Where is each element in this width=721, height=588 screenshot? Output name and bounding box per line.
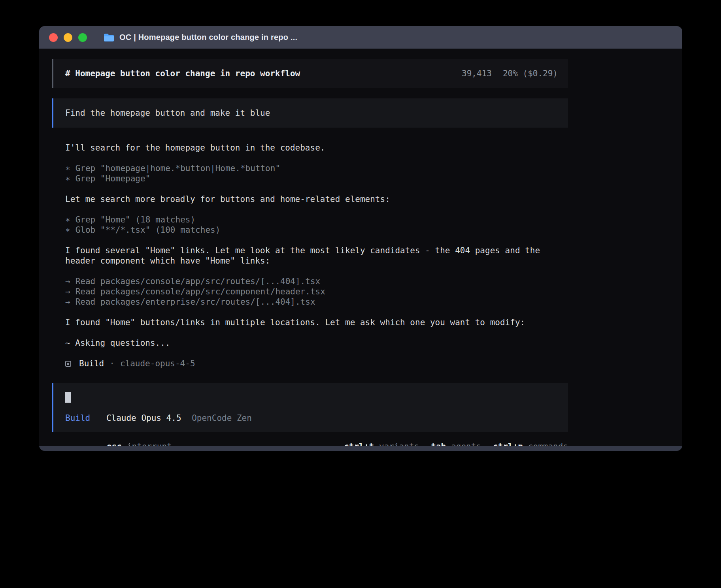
assistant-paragraph: Let me search more broadly for buttons a… xyxy=(65,194,568,204)
model-line: Build Claude Opus 4.5 OpenCode Zen xyxy=(65,413,558,423)
user-message-text: Find the homepage button and make it blu… xyxy=(65,108,270,118)
read-tool-line: →Read packages/console/app/src/component… xyxy=(65,286,568,297)
shortcut-label: commands xyxy=(528,442,568,446)
shortcut-key: ctrl+p xyxy=(493,442,523,446)
arrow-right-icon: → xyxy=(65,286,70,297)
context-usage: 20% ($0.29) xyxy=(503,68,558,79)
traffic-lights xyxy=(49,33,87,42)
window-titlebar[interactable]: OC | Homepage button color change in rep… xyxy=(39,26,682,49)
close-button[interactable] xyxy=(49,33,58,42)
read-tool-line: →Read packages/enterprise/src/routes/[..… xyxy=(65,297,568,307)
prompt-input[interactable]: Build Claude Opus 4.5 OpenCode Zen xyxy=(52,383,568,432)
shortcut-variants: ctrl+tvariants xyxy=(344,441,419,446)
statusbar-shortcuts: ctrl+tvariants tabagents ctrl+pcommands xyxy=(332,441,568,446)
shortcut-commands: ctrl+pcommands xyxy=(493,441,568,446)
input-provider-name: OpenCode Zen xyxy=(192,413,252,423)
zoom-button[interactable] xyxy=(78,33,87,42)
tool-call-text: Grep "Home" (18 matches) xyxy=(75,215,195,224)
session-header: # Homepage button color change in repo w… xyxy=(52,59,568,88)
user-message: Find the homepage button and make it blu… xyxy=(52,98,568,128)
tool-call-text: Grep "Homepage" xyxy=(75,174,151,183)
input-agent-name: Build xyxy=(65,413,90,423)
arrow-right-icon: → xyxy=(65,276,70,286)
tool-call-line: ∗Glob "**/*.tsx" (100 matches) xyxy=(65,225,568,235)
assistant-transcript: I'll search for the homepage button in t… xyxy=(52,143,568,369)
window-footer xyxy=(39,446,682,451)
token-count: 39,413 xyxy=(462,68,492,79)
session-stats: 39,413 20% ($0.29) xyxy=(462,68,558,79)
agent-separator: · xyxy=(109,358,115,369)
window-title: OC | Homepage button color change in rep… xyxy=(119,33,297,42)
tool-marker-icon: ∗ xyxy=(65,215,70,225)
tool-call-line: ∗Grep "Home" (18 matches) xyxy=(65,215,568,225)
tool-call-text: Glob "**/*.tsx" (100 matches) xyxy=(75,225,221,235)
shortcut-interrupt: escinterrupt xyxy=(107,441,172,446)
read-tool-text: Read packages/console/app/src/component/… xyxy=(75,287,325,296)
tool-call-line: ∗Grep "Homepage" xyxy=(65,173,568,184)
shortcut-key: tab xyxy=(431,442,446,446)
tool-call-text: Grep "homepage|home.*button|Home.*button… xyxy=(75,164,280,173)
read-tool-text: Read packages/console/app/src/routes/[..… xyxy=(75,277,321,286)
terminal-content: # Homepage button color change in repo w… xyxy=(39,49,682,446)
agent-name: Build xyxy=(79,358,104,369)
status-bar: escinterrupt ctrl+tvariants tabagents ct… xyxy=(52,441,568,446)
tool-marker-icon: ∗ xyxy=(65,163,70,173)
session-title: # Homepage button color change in repo w… xyxy=(65,68,300,79)
shortcut-agents: tabagents xyxy=(431,441,481,446)
folder-icon xyxy=(104,33,114,42)
input-model-name: Claude Opus 4.5 xyxy=(106,413,181,423)
minimize-button[interactable] xyxy=(64,33,72,42)
agent-status-line: Build · claude-opus-4-5 xyxy=(65,358,568,369)
agent-build-icon xyxy=(65,361,71,367)
shortcut-label: agents xyxy=(451,442,481,446)
read-tool-line: →Read packages/console/app/src/routes/[.… xyxy=(65,276,568,286)
tool-call-line: ∗Grep "homepage|home.*button|Home.*butto… xyxy=(65,163,568,173)
assistant-paragraph: I found "Home" buttons/links in multiple… xyxy=(65,317,568,328)
assistant-paragraph: I'll search for the homepage button in t… xyxy=(65,143,568,153)
terminal-window: OC | Homepage button color change in rep… xyxy=(39,26,682,451)
assistant-paragraph: I found several "Home" links. Let me loo… xyxy=(65,245,568,266)
esc-key: esc xyxy=(107,442,122,446)
agent-model: claude-opus-4-5 xyxy=(120,358,195,369)
shortcut-label: variants xyxy=(379,442,419,446)
esc-label: interrupt xyxy=(127,442,172,446)
arrow-right-icon: → xyxy=(65,297,70,307)
read-tool-text: Read packages/enterprise/src/routes/[...… xyxy=(75,297,315,307)
tool-marker-icon: ∗ xyxy=(65,173,70,184)
shortcut-key: ctrl+t xyxy=(344,442,374,446)
tool-marker-icon: ∗ xyxy=(65,225,70,235)
text-cursor xyxy=(65,392,71,403)
working-status: ~ Asking questions... xyxy=(65,338,568,348)
